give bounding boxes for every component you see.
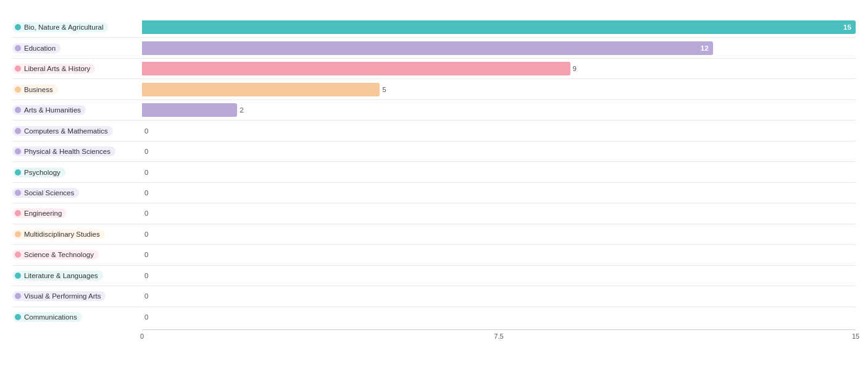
bar-label: Business [24, 86, 53, 93]
label-dot [15, 24, 21, 30]
label-pill: Computers & Mathematics [12, 126, 113, 136]
label-area: Science & Technology [12, 250, 142, 260]
bar-value-label: 0 [144, 292, 148, 300]
bar-row: Literature & Languages0 [12, 266, 856, 286]
bar-value-label: 0 [144, 148, 148, 155]
label-pill: Communications [12, 312, 82, 322]
bar-value-label: 15 [843, 23, 851, 31]
bar-value-label: 9 [573, 65, 577, 72]
bar-label: Physical & Health Sciences [24, 148, 111, 155]
label-area: Computers & Mathematics [12, 126, 142, 136]
label-pill: Bio, Nature & Agricultural [12, 22, 108, 32]
label-dot [15, 128, 21, 134]
bar-row: Visual & Performing Arts0 [12, 286, 856, 307]
label-area: Engineering [12, 208, 142, 218]
bar-area: 0 [142, 183, 856, 203]
label-pill: Physical & Health Sciences [12, 146, 115, 156]
bar-area: 0 [142, 142, 856, 161]
bar-row: Multidisciplinary Studies0 [12, 224, 856, 245]
bar-area: 0 [142, 121, 856, 140]
label-dot [15, 273, 21, 279]
bar-value-label: 2 [240, 106, 243, 114]
label-area: Literature & Languages [12, 271, 142, 281]
bar-label: Arts & Humanities [24, 106, 81, 114]
bar-row: Psychology0 [12, 162, 856, 182]
label-dot [15, 107, 21, 113]
bar-label: Bio, Nature & Agricultural [24, 23, 103, 31]
bar-value-label: 0 [144, 127, 148, 135]
bar-label: Communications [24, 313, 77, 321]
bar-fill [142, 62, 570, 75]
bar-row: Liberal Arts & History9 [12, 59, 856, 79]
bar-label: Engineering [24, 210, 62, 217]
label-dot [15, 210, 21, 216]
bar-label: Computers & Mathematics [24, 127, 108, 135]
label-area: Social Sciences [12, 188, 142, 198]
bar-area: 0 [142, 245, 856, 265]
label-area: Physical & Health Sciences [12, 146, 142, 156]
x-tick-label: 7.5 [494, 333, 503, 340]
label-pill: Business [12, 85, 58, 95]
label-area: Communications [12, 312, 142, 322]
label-area: Bio, Nature & Agricultural [12, 22, 142, 32]
chart-container: Bio, Nature & Agricultural15Education12L… [0, 0, 868, 390]
label-dot [15, 45, 21, 51]
bar-label: Visual & Performing Arts [24, 292, 101, 300]
bar-label: Science & Technology [24, 251, 94, 258]
label-dot [15, 148, 21, 155]
bar-area: 5 [142, 79, 856, 99]
label-pill: Liberal Arts & History [12, 64, 95, 74]
label-pill: Literature & Languages [12, 271, 103, 281]
bar-row: Engineering0 [12, 203, 856, 224]
bar-fill [142, 41, 713, 55]
label-pill: Visual & Performing Arts [12, 291, 106, 301]
label-area: Psychology [12, 167, 142, 177]
label-pill: Engineering [12, 208, 67, 218]
label-dot [15, 252, 21, 258]
bar-area: 12 [142, 38, 856, 57]
bar-fill [142, 20, 856, 34]
label-pill: Arts & Humanities [12, 105, 86, 115]
bar-value-label: 0 [144, 231, 148, 238]
bar-value-label: 0 [144, 251, 148, 258]
bar-value-label: 5 [382, 86, 386, 93]
bar-label: Literature & Languages [24, 272, 98, 279]
bar-label: Social Sciences [24, 189, 74, 197]
bar-value-label: 0 [144, 313, 148, 321]
bar-row: Business5 [12, 79, 856, 100]
label-area: Liberal Arts & History [12, 64, 142, 74]
bar-area: 0 [142, 266, 856, 286]
label-dot [15, 169, 21, 176]
bar-label: Multidisciplinary Studies [24, 231, 100, 238]
bar-value-label: 0 [144, 169, 148, 176]
label-pill: Multidisciplinary Studies [12, 229, 105, 239]
label-pill: Psychology [12, 167, 65, 177]
label-dot [15, 293, 21, 299]
x-tick-label: 0 [140, 333, 144, 340]
label-dot [15, 231, 21, 237]
chart-area: Bio, Nature & Agricultural15Education12L… [12, 17, 856, 327]
label-dot [15, 190, 21, 196]
x-axis: 07.515 [142, 329, 856, 342]
bar-value-label: 0 [144, 189, 148, 197]
label-dot [15, 66, 21, 72]
label-area: Visual & Performing Arts [12, 291, 142, 301]
bar-row: Bio, Nature & Agricultural15 [12, 17, 856, 38]
bar-row: Arts & Humanities2 [12, 100, 856, 121]
label-area: Education [12, 43, 142, 53]
label-dot [15, 87, 21, 93]
bar-label: Liberal Arts & History [24, 65, 90, 72]
bar-area: 0 [142, 203, 856, 223]
bar-area: 2 [142, 100, 856, 120]
label-pill: Social Sciences [12, 188, 79, 198]
bar-label: Psychology [24, 169, 61, 176]
label-pill: Science & Technology [12, 250, 99, 260]
bar-value-label: 0 [144, 272, 148, 279]
bar-row: Science & Technology0 [12, 245, 856, 265]
bar-row: Social Sciences0 [12, 183, 856, 203]
bar-area: 0 [142, 307, 856, 327]
label-area: Business [12, 85, 142, 95]
bar-area: 0 [142, 224, 856, 244]
bar-area: 0 [142, 286, 856, 306]
bar-area: 0 [142, 162, 856, 182]
